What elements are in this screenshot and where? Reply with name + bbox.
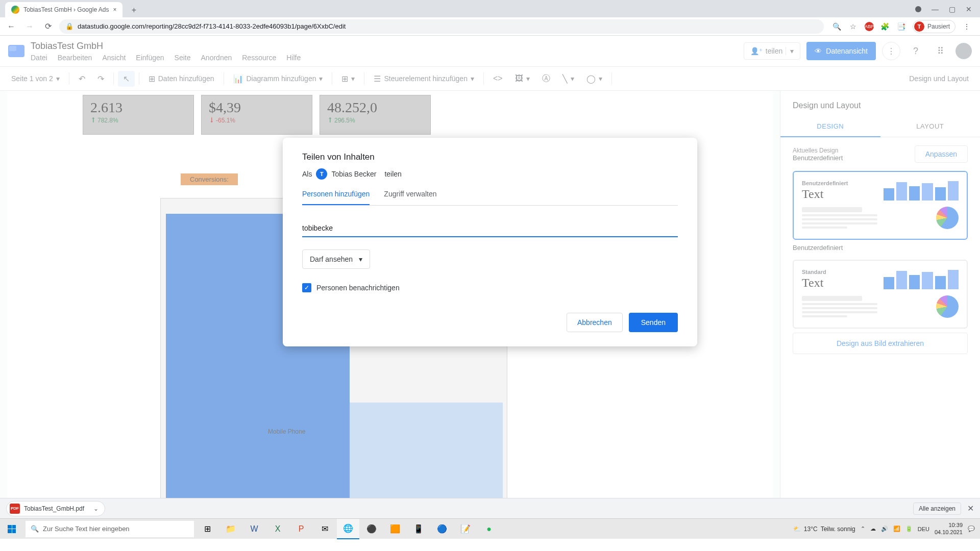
add-chart-button[interactable]: 📊 Diagramm hinzufügen ▾ [228, 71, 328, 87]
tab-add-people[interactable]: Personen hinzufügen [302, 190, 370, 205]
browser-tab[interactable]: TobiasTest GmbH › Google Ads × [5, 2, 122, 17]
menu-file[interactable]: Datei [31, 54, 47, 62]
image-button[interactable]: 🖼▾ [510, 71, 535, 86]
send-button[interactable]: Senden [629, 313, 678, 332]
tab-title: TobiasTest GmbH › Google Ads [23, 6, 109, 13]
menu-insert[interactable]: Einfügen [136, 54, 164, 62]
chevron-down-icon: ▾ [351, 74, 355, 83]
help-icon[interactable]: ? [906, 42, 925, 60]
readlist-icon[interactable]: 📑 [896, 21, 906, 32]
community-viz-button[interactable]: ⊞▾ [336, 71, 360, 87]
notepad-icon[interactable]: 📝 [454, 519, 477, 539]
app-icon[interactable]: 📱 [407, 519, 430, 539]
adblock-icon[interactable]: ABP [865, 22, 874, 31]
tab-layout[interactable]: LAYOUT [880, 116, 981, 137]
mail-icon[interactable]: ✉ [313, 519, 336, 539]
tab-favicon [11, 6, 19, 14]
metric-card[interactable]: $4,39 🠗 -65.1% [201, 95, 312, 135]
add-control-button[interactable]: ☰ Steuerelement hinzufügen ▾ [369, 71, 479, 87]
maximize-icon[interactable]: ▢ [949, 5, 955, 13]
battery-icon[interactable]: 🔋 [905, 525, 913, 532]
taskbar-search[interactable]: 🔍 Zur Suche Text hier eingeben [26, 521, 194, 537]
share-button[interactable]: 👤⁺ teilen ▾ [744, 42, 800, 60]
share-dropdown-icon[interactable]: ▾ [786, 47, 794, 55]
redo-button[interactable]: ↷ [92, 71, 109, 87]
menu-view[interactable]: Ansicht [102, 54, 126, 62]
word-icon[interactable]: W [243, 519, 265, 539]
edge-icon[interactable]: 🔵 [431, 519, 453, 539]
url-input[interactable]: 🔒 datastudio.google.com/reporting/28cc9d… [59, 19, 824, 34]
shape-button[interactable]: ◯▾ [581, 71, 607, 87]
theme-card-custom[interactable]: Benutzerdefiniert Text [793, 171, 968, 240]
add-data-button[interactable]: ⊞ Daten hinzufügen [143, 71, 219, 87]
zoom-icon[interactable]: 🔍 [832, 21, 842, 32]
line-button[interactable]: ╲▾ [557, 71, 579, 87]
minimize-icon[interactable]: — [932, 5, 939, 13]
metric-card[interactable]: 2.613 🠕 782.8% [83, 95, 194, 135]
powerpoint-icon[interactable]: P [290, 519, 312, 539]
menu-resource[interactable]: Ressource [242, 54, 276, 62]
notifications-icon[interactable]: 💬 [968, 525, 975, 532]
menu-page[interactable]: Seite [175, 54, 191, 62]
page-selector[interactable]: Seite 1 von 2 ▾ [6, 71, 65, 86]
back-button[interactable]: ← [4, 19, 18, 34]
obs-icon[interactable]: ⚫ [360, 519, 383, 539]
excel-icon[interactable]: X [266, 519, 289, 539]
weather-widget[interactable]: ⛅ 13°C Teilw. sonnig [793, 525, 855, 533]
design-layout-toggle[interactable]: Design und Layout [904, 71, 974, 86]
start-button[interactable] [0, 519, 23, 539]
undo-button[interactable]: ↶ [74, 71, 90, 87]
extensions-icon[interactable]: 🧩 [880, 21, 890, 32]
theme-card-standard[interactable]: Standard Text [793, 260, 968, 329]
tab-manage-access[interactable]: Zugriff verwalten [384, 190, 436, 205]
menu-icon[interactable]: ⋮ [962, 21, 972, 32]
clock[interactable]: 10:39 04.10.2021 [935, 522, 963, 535]
adjust-button[interactable]: Anpassen [915, 145, 968, 163]
menu-help[interactable]: Hilfe [286, 54, 301, 62]
cancel-button[interactable]: Abbrechen [567, 313, 623, 332]
report-title[interactable]: TobiasTest GmbH [31, 41, 301, 52]
email-input[interactable] [302, 220, 678, 237]
download-item[interactable]: PDF TobiasTest_GmbH.pdf ⌄ [6, 501, 105, 516]
app-icon[interactable]: 🟧 [384, 519, 406, 539]
view-button[interactable]: 👁 Datenansicht [806, 42, 876, 60]
language-indicator[interactable]: DEU [918, 526, 929, 532]
profile-chip[interactable]: T Pausiert [913, 20, 955, 33]
star-icon[interactable]: ☆ [848, 21, 859, 32]
more-options-button[interactable]: ⋮ [882, 42, 900, 60]
metric-card[interactable]: 48.252,0 🠕 296.5% [320, 95, 431, 135]
tab-design[interactable]: DESIGN [780, 116, 880, 137]
notify-row[interactable]: ✓ Personen benachrichtigen [302, 283, 678, 292]
close-window-icon[interactable]: ✕ [966, 5, 972, 13]
chrome-icon[interactable]: 🌐 [337, 519, 359, 539]
metric-value: 2.613 [90, 99, 186, 116]
close-downloads-icon[interactable]: ✕ [967, 504, 974, 513]
user-avatar[interactable] [955, 43, 972, 59]
chevron-up-icon[interactable]: ⌃ [861, 525, 865, 532]
extract-from-image-button[interactable]: Design aus Bild extrahieren [793, 333, 968, 354]
profile-dot-icon[interactable] [915, 6, 921, 12]
conversions-label[interactable]: Conversions: [181, 173, 238, 185]
extension-icons: 🔍 ☆ ABP 🧩 📑 T Pausiert ⋮ [828, 20, 976, 33]
show-all-downloads[interactable]: Alle anzeigen [913, 503, 961, 515]
embed-button[interactable]: <> [488, 71, 508, 86]
spotify-icon[interactable]: ● [478, 519, 500, 539]
chevron-down-icon[interactable]: ⌄ [93, 505, 99, 512]
text-button[interactable]: Ⓐ [537, 70, 555, 87]
menu-arrange[interactable]: Anordnen [201, 54, 232, 62]
forward-button[interactable]: → [22, 19, 37, 34]
reload-button[interactable]: ⟳ [41, 19, 55, 34]
tab-close-icon[interactable]: × [113, 6, 116, 13]
volume-icon[interactable]: 🔊 [881, 525, 888, 532]
task-view-icon[interactable]: ⊞ [196, 519, 218, 539]
wifi-icon[interactable]: 📶 [893, 525, 900, 532]
menu-edit[interactable]: Bearbeiten [58, 54, 92, 62]
app-logo-icon[interactable] [8, 45, 24, 57]
notify-checkbox[interactable]: ✓ [302, 283, 311, 292]
select-tool[interactable]: ↖ [118, 71, 135, 87]
permission-select[interactable]: Darf ansehen ▾ [302, 249, 370, 269]
explorer-icon[interactable]: 📁 [219, 519, 242, 539]
new-tab-button[interactable]: + [127, 3, 141, 17]
onedrive-icon[interactable]: ☁ [870, 525, 876, 532]
apps-grid-icon[interactable]: ⠿ [931, 42, 949, 60]
